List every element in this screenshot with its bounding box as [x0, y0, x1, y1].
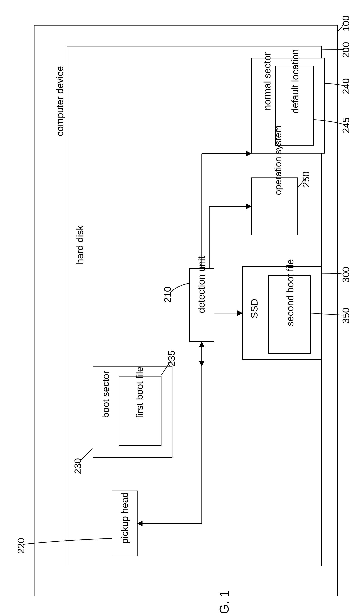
detection-unit-ref: 210 — [162, 283, 173, 303]
default-location-ref: 245 — [340, 114, 351, 133]
operation-system-ref: 250 — [301, 168, 312, 187]
computer-device-label: computer device — [54, 65, 65, 137]
normal-sector-ref: 240 — [340, 74, 351, 94]
boot-sector-label: boot sector — [100, 366, 111, 422]
first-boot-file-label: first boot file — [134, 363, 145, 422]
first-boot-file-ref: 235 — [166, 347, 177, 366]
computer-device-ref: 100 — [340, 12, 351, 31]
default-location-label: default location — [290, 45, 301, 117]
normal-sector-label: normal sector — [262, 50, 273, 113]
pickup-head-ref: 220 — [15, 534, 26, 554]
page: computer device 100 hard disk 200 pickup… — [0, 0, 364, 613]
hard-disk-ref: 200 — [340, 38, 351, 58]
pickup-head-label: pickup head — [119, 489, 130, 547]
ssd-ref: 300 — [340, 263, 351, 283]
figure-label: FIG. 1 — [217, 582, 232, 613]
boot-sector-ref: 230 — [72, 454, 83, 474]
ssd-label: SSD — [249, 294, 260, 324]
detection-unit-label: detection unit — [196, 253, 207, 317]
operation-system-title-line1: operation system — [273, 116, 283, 204]
second-boot-file-label: second boot file — [285, 254, 296, 332]
hard-disk-label: hard disk — [74, 223, 85, 267]
second-boot-file-ref: 350 — [340, 304, 351, 324]
